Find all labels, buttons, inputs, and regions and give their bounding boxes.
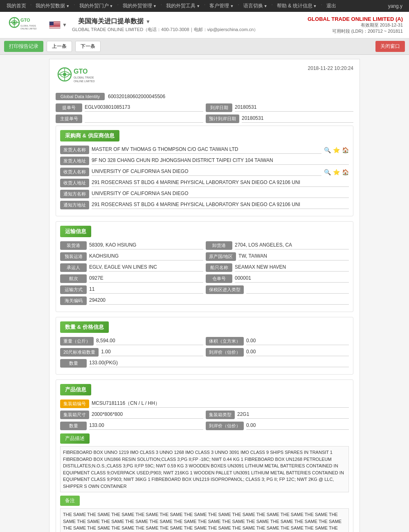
ftz-value [246, 286, 349, 294]
svg-text:GTO: GTO [20, 18, 30, 22]
shipper-name-row: 发货人名称 MASTER OF MV THOMAS G THOMPSON C/O… [60, 146, 349, 154]
volume-value: 0.00 [246, 338, 349, 345]
nav-help[interactable]: 帮助 & 统计信息 ▼ [274, 2, 319, 10]
arrival-date-label: 到岸日期 [206, 103, 232, 112]
pre-port-label: 预装运港 [60, 252, 87, 261]
content-area: GTO GLOBAL TRADE ONLINE LIMITED 2018-11-… [0, 55, 409, 532]
discharge-port-value: 2704, LOS ANGELES, CA [235, 242, 349, 249]
notify-addr-row: 通知方地址 291 ROSECRANS ST BLDG 4 MARINE PHY… [60, 201, 349, 209]
quantity-value: 133.00(PKG) [89, 360, 349, 367]
bill-no-field: 提单号 EGLV003801085173 [56, 103, 203, 112]
arrival-date-field: 到岸日期 20180531 [206, 103, 353, 112]
consignee-addr-value: 291 ROSECRANS ST BLDG 4 MARINE PHYSICAL … [92, 180, 349, 187]
logo-area: GTO GLOBAL TRADE ONLINE LIMITED [6, 15, 43, 35]
transport-section: 运输信息 装货港 58309, KAO HSIUNG 卸货港 2704, LOS… [56, 221, 353, 312]
notify-name-value: UNIVERSITY OF CALIFORNIA SAN DIEGO [92, 191, 349, 198]
unit-price-value: 0.00 [246, 349, 349, 356]
consignee-addr-field: 收货人地址 291 ROSECRANS ST BLDG 4 MARINE PHY… [60, 179, 349, 187]
notify-name-field: 通知方名称 UNIVERSITY OF CALIFORNIA SAN DIEGO [60, 190, 349, 198]
carrier-vessel-row: 承运人 EGLV, EAGLE VAN LINES INC 船只名称 SEAMA… [60, 263, 349, 272]
nav-language[interactable]: 语言切换 ▼ [241, 2, 270, 10]
search-icon[interactable]: 🔍 [324, 147, 331, 153]
remarks-block: 备注 THE SAME THE SAME THE SAME THE SAME T… [60, 496, 349, 532]
master-bill-value [85, 115, 203, 123]
voyage-value: 0927E [89, 275, 203, 283]
dropdown-arrow[interactable]: ▼ [146, 19, 151, 25]
container-no-field: 集装箱编号 MCSU7181116（CN / L / HH） [60, 400, 349, 408]
nav-trade-data[interactable]: 我的外贸数据 ▼ [33, 2, 72, 10]
transport-mode-field: 运输方式 11 [60, 285, 203, 294]
product-desc-title: 产品描述 [60, 433, 90, 444]
document-card: GTO GLOBAL TRADE ONLINE LIMITED 2018-11-… [49, 59, 360, 532]
nav-trade-portal[interactable]: 我的外贸门户 ▼ [77, 2, 116, 10]
consignee-addr-row: 收货人地址 291 ROSECRANS ST BLDG 4 MARINE PHY… [60, 179, 349, 187]
svg-text:ONLINE LIMITED: ONLINE LIMITED [74, 80, 95, 83]
master-bill-row: 主提单号 预计到岸日期 20180531 [56, 114, 353, 123]
ldr-info: 可用时段 (LDR)：200712 ~ 201811 [308, 28, 403, 34]
doc-date: 2018-11-22 10:20:24 [308, 65, 353, 71]
vessel-value: SEAMAX NEW HAVEN [235, 264, 349, 272]
header: GTO GLOBAL TRADE ONLINE LIMITED ▼ 美国海关进口… [0, 12, 409, 38]
home-icon[interactable]: 🏠 [342, 169, 349, 175]
prod-price-field: 到岸价（估价） 0.00 [206, 422, 349, 430]
nav-trade-mgmt[interactable]: 我的外贸管理 ▼ [120, 2, 159, 10]
weight-label: 重量（公斤） [60, 337, 94, 346]
nav-customer-mgmt[interactable]: 客户管理 ▼ [207, 2, 236, 10]
quantity-field: 数量 133.00(PKG) [60, 359, 349, 368]
master-bill-field: 主提单号 [56, 114, 203, 123]
carrier-value: EGLV, EAGLE VAN LINES INC [89, 264, 203, 272]
header-contact: GLOBAL TRADE ONLINE LIMITED（电话：400-710-3… [72, 27, 258, 33]
header-right: GLOBAL TRADE ONLINE LIMITED (A) 有效期至 201… [308, 16, 403, 34]
in-bond-value: 000001 [235, 275, 349, 283]
container-size-label: 集装箱尺寸 [60, 411, 89, 419]
prod-qty-label: 数量 [60, 422, 87, 430]
search-icon[interactable]: 🔍 [324, 169, 331, 175]
star-icon[interactable]: ⭐ [333, 169, 340, 175]
unit-price-field: 到岸价（估价） 0.00 [206, 348, 349, 357]
shipper-addr-value: 9F NO 328 CHANG CHUN RD JHONGSHAN DISTRI… [92, 157, 349, 165]
shipper-name-value: MASTER OF MV THOMAS G THOMPSON C/O GAC T… [92, 146, 321, 154]
print-button[interactable]: 打印报告记录 [4, 41, 43, 52]
svg-point-4 [13, 21, 16, 24]
in-bond-field: 仓单号 000001 [206, 274, 349, 283]
quantity-price-section: 数量 & 价格信息 重量（公斤） 8,594.00 体积（立方米） 0.00 2… [56, 317, 353, 375]
notify-addr-field: 通知方地址 291 ROSECRANS ST BLDG 4 MARINE PHY… [60, 201, 349, 209]
unit-price-label: 到岸价（估价） [206, 348, 244, 357]
volume-field: 体积（立方米） 0.00 [206, 337, 349, 346]
nav-trade-tools[interactable]: 我的外贸工具 ▼ [164, 2, 202, 10]
prev-button[interactable]: 上一条 [47, 41, 72, 52]
quantity-label: 数量 [60, 359, 87, 368]
origin-label: 原产国/地区 [206, 252, 236, 261]
consignee-name-field: 收货人名称 UNIVERSITY OF CALIFORNIA SAN DIEGO [60, 168, 321, 176]
shipper-icons: 🔍 ⭐ 🏠 [324, 146, 349, 154]
customs-code-label: 海关编码 [60, 296, 87, 305]
shipper-name-field: 发货人名称 MASTER OF MV THOMAS G THOMPSON C/O… [60, 146, 321, 154]
transport-mode-label: 运输方式 [60, 285, 87, 294]
weight-field: 重量（公斤） 8,594.00 [60, 337, 203, 346]
prod-qty-value: 133.00 [89, 422, 203, 430]
master-bill-label: 主提单号 [56, 114, 82, 123]
dropdown-arrow: ▼ [153, 4, 157, 8]
voyage-label: 航次 [60, 274, 87, 283]
product-info-section: 产品信息 集装箱编号 MCSU7181116（CN / L / HH） 集装箱尺… [56, 379, 353, 532]
nav-home[interactable]: 我的首页 [4, 2, 29, 10]
home-icon[interactable]: 🏠 [342, 147, 349, 153]
ftz-label: 保税区进入类型 [206, 285, 244, 294]
dropdown-arrow: ▼ [196, 4, 200, 8]
next-button[interactable]: 下一条 [75, 41, 101, 52]
customs-code-value: 294200 [89, 297, 349, 305]
remarks-text: THE SAME THE SAME THE SAME THE SAME THE … [60, 508, 349, 532]
close-button[interactable]: 关闭窗口 [375, 41, 405, 52]
buyer-supplier-section: 采购商 & 供应商信息 发货人名称 MASTER OF MV THOMAS G … [56, 126, 353, 216]
site-title-area: 美国海关进口提单数据 ▼ GLOBAL TRADE ONLINE LIMITED… [72, 17, 258, 33]
svg-text:GLOBAL TRADE: GLOBAL TRADE [74, 76, 94, 79]
star-icon[interactable]: ⭐ [333, 147, 340, 153]
quantity-price-header: 数量 & 价格信息 [60, 321, 109, 333]
dropdown-arrow[interactable]: ▼ [62, 22, 67, 28]
expiry-info: 有效期至 2018-12-31 [308, 22, 403, 28]
container-no-value: MCSU7181116（CN / L / HH） [92, 400, 349, 408]
shipper-addr-field: 发货人地址 9F NO 328 CHANG CHUN RD JHONGSHAN … [60, 157, 349, 165]
ftz-field: 保税区进入类型 [206, 285, 349, 294]
volume-label: 体积（立方米） [206, 337, 244, 346]
nav-logout[interactable]: 退出 [324, 2, 339, 10]
